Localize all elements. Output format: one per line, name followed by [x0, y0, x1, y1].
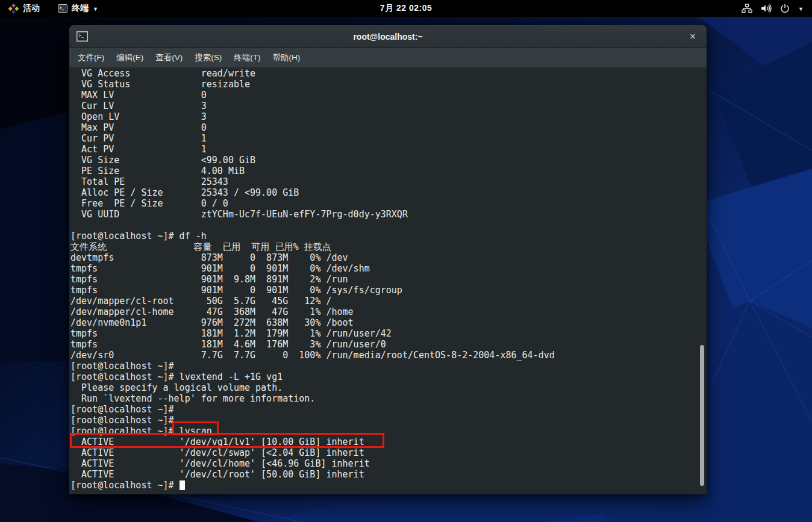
terminal-line: /dev/sr0 7.7G 7.7G 0 100% /run/media/roo… — [70, 350, 707, 361]
terminal-line: Cur LV 3 — [70, 101, 707, 111]
terminal-line: [root@localhost ~]# — [70, 361, 707, 371]
terminal-line: Free PE / Size 0 / 0 — [70, 198, 707, 209]
terminal-line: Max PV 0 — [70, 122, 707, 133]
system-menu-chevron-icon: ▼ — [798, 6, 804, 12]
terminal-line: [root@localhost ~]# — [70, 415, 707, 426]
terminal-app-icon — [58, 4, 67, 13]
terminal-line: ACTIVE '/dev/cl/swap' [<2.04 GiB] inheri… — [70, 447, 707, 458]
scrollbar-thumb[interactable] — [700, 345, 704, 486]
top-bar: 活动 终端 ▼ 7月 22 02:05 — [0, 0, 812, 17]
terminal-line: VG Size <99.00 GiB — [70, 155, 707, 166]
terminal-window: root@localhost:~ × 文件(F) 编辑(E) 查看(V) 搜索(… — [69, 25, 707, 494]
terminal-line — [70, 220, 707, 231]
terminal-line: /dev/mapper/cl-home 47G 368M 47G 1% /hom… — [70, 306, 707, 317]
menu-edit[interactable]: 编辑(E) — [110, 49, 149, 67]
activities-button[interactable]: 活动 — [6, 0, 42, 17]
terminal-line: ACTIVE '/dev/cl/home' [<46.96 GiB] inher… — [70, 458, 707, 469]
annotation-box-lv1-result-line — [70, 433, 384, 448]
terminal-line: VG Access read/write — [70, 68, 707, 79]
window-terminal-icon — [77, 31, 88, 42]
system-status-area[interactable]: ▼ — [738, 0, 807, 17]
terminal-cursor — [180, 480, 185, 490]
terminal-line: PE Size 4.00 MiB — [70, 166, 707, 176]
activities-label: 活动 — [23, 3, 40, 14]
terminal-line: Cur PV 1 — [70, 133, 707, 144]
terminal-line: Please specify a logical volume path. — [70, 382, 707, 393]
app-menu-label: 终端 — [72, 3, 89, 14]
volume-icon — [761, 4, 772, 13]
terminal-line: VG UUID ztYCHm-Uc7f-UEuN-efFY-7Prg-d0dy-… — [70, 209, 707, 220]
menu-bar: 文件(F) 编辑(E) 查看(V) 搜索(S) 终端(T) 帮助(H) — [69, 48, 707, 67]
app-menu-terminal[interactable]: 终端 ▼ — [55, 0, 101, 17]
window-titlebar[interactable]: root@localhost:~ × — [69, 25, 707, 48]
terminal-line: Open LV 3 — [70, 111, 707, 122]
menu-help[interactable]: 帮助(H) — [267, 49, 307, 67]
terminal-line: tmpfs 901M 0 901M 0% /dev/shm — [70, 263, 707, 274]
power-icon — [780, 4, 790, 13]
window-title: root@localhost:~ — [69, 32, 707, 42]
menu-search[interactable]: 搜索(S) — [189, 49, 228, 67]
terminal-line: 文件系统 容量 已用 可用 已用% 挂载点 — [70, 241, 707, 252]
clock[interactable]: 7月 22 02:05 — [0, 0, 812, 17]
terminal-line: tmpfs 181M 1.2M 179M 1% /run/user/42 — [70, 328, 707, 339]
chevron-down-icon: ▼ — [93, 6, 98, 12]
terminal-line: /dev/mapper/cl-root 50G 5.7G 45G 12% / — [70, 296, 707, 306]
terminal-line: ACTIVE '/dev/cl/root' [50.00 GiB] inheri… — [70, 469, 707, 480]
menu-view[interactable]: 查看(V) — [149, 49, 189, 67]
top-bar-left: 活动 终端 ▼ — [0, 0, 101, 17]
menu-file[interactable]: 文件(F) — [72, 49, 110, 67]
terminal-output: VG Access read/write VG Status resizable… — [69, 67, 707, 494]
terminal-line: [root@localhost ~]# — [70, 480, 707, 491]
terminal-line: [root@localhost ~]# df -h — [70, 231, 707, 241]
terminal-line: Alloc PE / Size 25343 / <99.00 GiB — [70, 187, 707, 198]
close-button[interactable]: × — [682, 25, 703, 48]
terminal-line: Run `lvextend --help' for more informati… — [70, 393, 707, 404]
terminal-line: Total PE 25343 — [70, 176, 707, 187]
terminal-line: [root@localhost ~]# lvextend -L +1G vg1 — [70, 371, 707, 382]
menu-terminal[interactable]: 终端(T) — [228, 49, 266, 67]
desktop: 活动 终端 ▼ 7月 22 02:05 — [0, 0, 812, 522]
terminal-line: tmpfs 181M 4.6M 176M 3% /run/user/0 — [70, 339, 707, 350]
terminal-line: devtmpfs 873M 0 873M 0% /dev — [70, 252, 707, 263]
terminal-line: Act PV 1 — [70, 144, 707, 155]
terminal-content[interactable]: VG Access read/write VG Status resizable… — [69, 67, 707, 494]
centos-logo-icon — [8, 4, 19, 14]
network-icon — [742, 4, 752, 13]
terminal-line: VG Status resizable — [70, 79, 707, 90]
terminal-line: /dev/nvme0n1p1 976M 272M 638M 30% /boot — [70, 317, 707, 328]
terminal-line: tmpfs 901M 0 901M 0% /sys/fs/cgroup — [70, 285, 707, 296]
terminal-line: tmpfs 901M 9.8M 891M 2% /run — [70, 274, 707, 285]
terminal-line: [root@localhost ~]# — [70, 404, 707, 415]
terminal-line: MAX LV 0 — [70, 90, 707, 101]
